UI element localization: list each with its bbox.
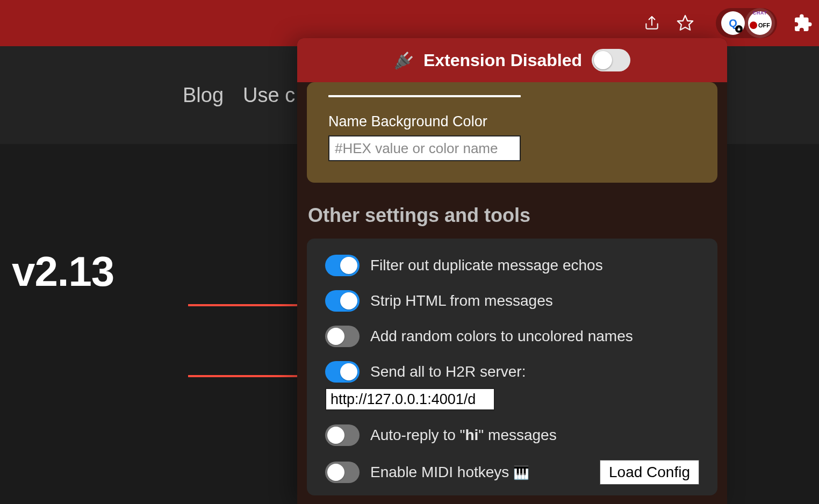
nav-item-usecases[interactable]: Use c	[243, 84, 295, 107]
opt-strip-html-label: Strip HTML from messages	[370, 292, 553, 309]
h2r-url-input[interactable]	[325, 388, 495, 411]
share-icon[interactable]	[643, 14, 661, 32]
annotation-arrow-2	[188, 375, 308, 377]
svg-marker-0	[678, 16, 693, 30]
toggle-midi[interactable]	[325, 462, 360, 483]
star-icon[interactable]	[676, 14, 694, 32]
plug-icon: 🔌	[394, 51, 414, 70]
annotation-arrow-1	[188, 304, 308, 306]
auto-reply-prefix: Auto-reply to "	[370, 427, 465, 443]
other-settings-card: Filter out duplicate message echos Strip…	[307, 239, 717, 495]
opt-filter-echos-row: Filter out duplicate message echos	[325, 255, 699, 276]
popup-header: 🔌 Extension Disabled	[297, 38, 727, 82]
extension-popup: 🔌 Extension Disabled Name Background Col…	[297, 38, 727, 504]
nav-item-blog[interactable]: Blog	[183, 84, 224, 107]
opt-strip-html-row: Strip HTML from messages	[325, 290, 699, 312]
version-label: v2.13	[12, 247, 114, 296]
extension-pill-1[interactable]: Q	[721, 11, 745, 35]
opt-auto-reply-row: Auto-reply to "hi" messages	[325, 424, 699, 446]
lock-icon	[735, 25, 743, 33]
auto-reply-suffix: " messages	[478, 427, 556, 443]
ext-pill-2-off-text: OFF	[758, 22, 770, 28]
opt-random-colors-label: Add random colors to uncolored names	[370, 328, 633, 345]
name-bg-input[interactable]	[328, 135, 521, 161]
extension-pills-group: Q CHAT OFF	[716, 8, 777, 38]
opt-h2r-block: Send all to H2R server:	[325, 361, 699, 411]
opt-auto-reply-label: Auto-reply to "hi" messages	[370, 427, 557, 444]
name-bg-card: Name Background Color	[307, 82, 717, 183]
name-bg-label: Name Background Color	[328, 113, 696, 130]
piano-icon: 🎹	[513, 465, 529, 480]
toggle-auto-reply[interactable]	[325, 424, 360, 446]
toggle-strip-html[interactable]	[325, 290, 360, 312]
popup-body: Name Background Color Other settings and…	[297, 82, 727, 495]
card-divider	[328, 95, 521, 97]
opt-midi-label: Enable MIDI hotkeys 🎹	[370, 464, 529, 481]
opt-h2r-label: Send all to H2R server:	[370, 363, 526, 380]
extension-pill-2[interactable]: CHAT OFF	[748, 11, 772, 35]
opt-midi-row: Enable MIDI hotkeys 🎹 Load Config	[325, 460, 699, 485]
popup-header-title: Extension Disabled	[423, 51, 582, 70]
extension-enable-toggle[interactable]	[592, 49, 630, 71]
opt-random-colors-row: Add random colors to uncolored names	[325, 326, 699, 347]
chrome-actions-group	[643, 14, 694, 32]
opt-filter-echos-label: Filter out duplicate message echos	[370, 257, 603, 274]
ext-pill-2-minilabel: CHAT	[748, 10, 772, 16]
toggle-random-colors[interactable]	[325, 326, 360, 347]
other-settings-title: Other settings and tools	[308, 204, 717, 227]
toggle-filter-echos[interactable]	[325, 255, 360, 276]
toggle-h2r[interactable]	[325, 361, 360, 383]
extensions-puzzle-icon[interactable]	[793, 13, 813, 33]
auto-reply-keyword: hi	[465, 427, 478, 443]
midi-text: Enable MIDI hotkeys	[370, 464, 509, 480]
record-dot-icon	[750, 21, 757, 29]
load-config-button[interactable]: Load Config	[600, 460, 699, 485]
